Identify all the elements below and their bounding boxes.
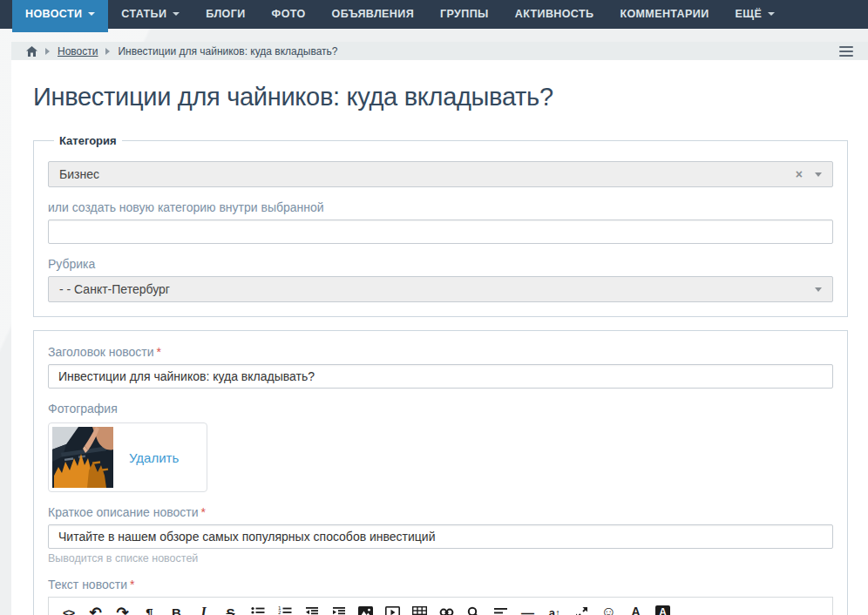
text-color-icon[interactable]: A: [622, 597, 649, 615]
photo-label: Фотография: [48, 402, 833, 416]
caret-down-icon: [173, 12, 180, 16]
nav-item-activity[interactable]: АКТИВНОСТЬ: [502, 0, 607, 29]
rubric-select-value: - - Санкт-Петербург: [59, 282, 170, 296]
clear-selection-icon[interactable]: ×: [796, 162, 803, 186]
fullscreen-icon[interactable]: [568, 597, 595, 615]
news-form-fieldset: Заголовок новости* Фотография: [33, 330, 848, 615]
horizontal-rule-icon[interactable]: —: [514, 597, 541, 615]
font-size-icon[interactable]: a↕: [541, 597, 568, 615]
caret-down-icon: [88, 12, 95, 16]
category-select[interactable]: Бизнес ×: [48, 161, 833, 187]
ordered-list-icon[interactable]: 123: [271, 597, 298, 615]
category-fieldset: Категория Бизнес × или создать новую кат…: [33, 134, 848, 317]
news-title-input[interactable]: [48, 364, 833, 389]
category-select-value: Бизнес: [59, 167, 99, 181]
outdent-icon[interactable]: [298, 597, 325, 615]
unordered-list-icon[interactable]: [244, 597, 271, 615]
insert-link-icon[interactable]: [433, 597, 460, 615]
new-category-label: или создать новую категорию внутри выбра…: [48, 200, 833, 214]
editor-toolbar: <> ↶ ↷ ¶ B I S 123: [48, 597, 833, 615]
breadcrumb: Новости Инвестиции для чайников: куда вк…: [11, 42, 868, 60]
undo-icon[interactable]: ↶: [82, 597, 109, 615]
required-asterisk: *: [130, 578, 134, 591]
news-photo-thumbnail[interactable]: [52, 427, 113, 488]
app-window: НОВОСТИ СТАТЬИ БЛОГИ ФОТО ОБЪЯВЛЕНИЯ ГРУ…: [0, 0, 868, 615]
new-category-input[interactable]: [48, 220, 833, 244]
insert-video-icon[interactable]: [379, 597, 406, 615]
background-color-icon[interactable]: A: [649, 597, 676, 615]
news-text-label: Текст новости*: [48, 578, 833, 591]
nav-item-comments[interactable]: КОММЕНТАРИИ: [607, 0, 722, 29]
nav-item-groups[interactable]: ГРУППЫ: [427, 0, 502, 29]
chevron-down-icon: [815, 172, 822, 177]
top-navigation: НОВОСТИ СТАТЬИ БЛОГИ ФОТО ОБЪЯВЛЕНИЯ ГРУ…: [0, 0, 868, 32]
nav-item-articles[interactable]: СТАТЬИ: [108, 0, 193, 29]
photo-preview-box: Удалить: [48, 422, 207, 492]
rubric-label: Рубрика: [48, 257, 833, 271]
insert-image-icon[interactable]: [352, 597, 379, 615]
chevron-down-icon: [815, 287, 822, 292]
bold-icon[interactable]: B: [163, 597, 190, 615]
nav-item-blogs[interactable]: БЛОГИ: [193, 0, 258, 29]
rubric-select[interactable]: - - Санкт-Петербург: [48, 276, 833, 302]
short-description-input[interactable]: [48, 524, 833, 549]
nav-item-ads[interactable]: ОБЪЯВЛЕНИЯ: [319, 0, 427, 29]
short-description-label: Краткое описание новости*: [48, 505, 833, 519]
breadcrumb-separator-icon: [105, 48, 110, 55]
strikethrough-icon[interactable]: S: [217, 597, 244, 615]
source-code-icon[interactable]: <>: [55, 597, 82, 615]
redo-icon[interactable]: ↷: [109, 597, 136, 615]
nav-item-photo[interactable]: ФОТО: [259, 0, 319, 29]
delete-photo-link[interactable]: Удалить: [129, 450, 179, 465]
news-title-label: Заголовок новости*: [48, 345, 833, 359]
page-title: Инвестиции для чайников: куда вкладывать…: [33, 82, 848, 112]
home-icon[interactable]: [26, 46, 37, 57]
short-description-hint: Выводится в списке новостей: [48, 552, 833, 564]
breadcrumb-link-news[interactable]: Новости: [58, 45, 98, 57]
nav-item-more[interactable]: ЕЩЁ: [722, 0, 789, 29]
category-legend: Категория: [54, 134, 122, 147]
caret-down-icon: [768, 12, 775, 16]
menu-hamburger-icon[interactable]: [839, 44, 853, 59]
search-icon[interactable]: [460, 597, 487, 615]
align-icon[interactable]: [487, 597, 514, 615]
indent-icon[interactable]: [325, 597, 352, 615]
insert-table-icon[interactable]: [406, 597, 433, 615]
required-asterisk: *: [157, 345, 161, 359]
required-asterisk: *: [201, 505, 206, 519]
breadcrumb-current: Инвестиции для чайников: куда вкладывать…: [118, 45, 337, 57]
italic-icon[interactable]: I: [190, 597, 217, 615]
nav-item-news[interactable]: НОВОСТИ: [12, 0, 108, 32]
page-container: Новости Инвестиции для чайников: куда вк…: [11, 42, 868, 615]
breadcrumb-separator-icon: [45, 48, 50, 55]
paragraph-icon[interactable]: ¶: [136, 597, 163, 615]
emoticon-icon[interactable]: ☺: [595, 597, 622, 615]
